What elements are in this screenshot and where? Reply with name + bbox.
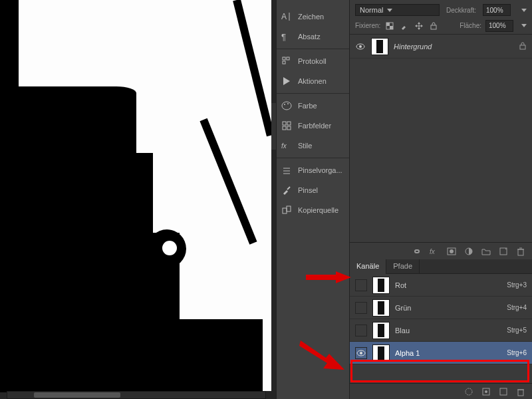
panel-label: Pinsel [298, 186, 318, 194]
layer-thumbnail[interactable] [371, 38, 388, 55]
panel-stile[interactable]: fx Stile [277, 136, 349, 156]
svg-marker-26 [418, 22, 420, 24]
layers-header: Normal Deckkraft: 100% [350, 0, 532, 17]
save-selection-icon[interactable] [481, 387, 491, 396]
visibility-toggle[interactable] [355, 279, 367, 291]
panel-pinselvorgaben[interactable]: Pinselvorga... [277, 160, 349, 180]
channel-row-blau[interactable]: Blau Strg+5 [350, 319, 532, 342]
svg-rect-10 [283, 122, 286, 125]
blend-mode-value: Normal [360, 6, 383, 14]
svg-point-8 [284, 104, 285, 105]
svg-rect-5 [283, 61, 285, 64]
panel-zeichen[interactable]: A Zeichen [277, 7, 349, 27]
lock-transparent-icon[interactable] [384, 21, 395, 31]
fill-value: 100% [489, 22, 506, 29]
tab-kanale[interactable]: Kanäle [350, 259, 386, 274]
channel-shortcut: Strg+6 [507, 349, 527, 356]
svg-rect-22 [386, 23, 390, 26]
visibility-toggle[interactable] [355, 325, 367, 336]
svg-point-36 [450, 249, 454, 253]
channel-thumbnail[interactable] [372, 277, 390, 294]
panel-aktionen[interactable]: Aktionen [277, 71, 349, 91]
panel-label: Farbe [298, 102, 317, 110]
visibility-toggle[interactable] [355, 347, 367, 359]
mask-icon[interactable] [447, 247, 456, 256]
svg-rect-13 [287, 126, 291, 130]
channel-thumbnail[interactable] [372, 322, 390, 339]
panel-label: Aktionen [298, 77, 327, 85]
fx-icon[interactable]: fx [430, 247, 439, 256]
visibility-toggle[interactable] [355, 302, 367, 314]
link-icon[interactable] [412, 247, 422, 256]
lock-position-icon[interactable] [414, 21, 424, 31]
chevron-down-icon[interactable] [521, 24, 527, 27]
channel-row-gruen[interactable]: Grün Strg+4 [350, 297, 532, 319]
channel-name: Alpha 1 [395, 349, 501, 357]
chevron-down-icon[interactable] [521, 9, 527, 12]
channel-row-rot[interactable]: Rot Strg+3 [350, 274, 532, 297]
channels-footer [350, 383, 532, 399]
tab-label: Kanäle [356, 262, 379, 270]
panel-absatz[interactable]: ¶ Absatz [277, 27, 349, 47]
vertical-scrollbar[interactable] [271, 103, 276, 150]
panel-pinsel[interactable]: Pinsel [277, 180, 349, 200]
canvas-area[interactable] [0, 0, 276, 399]
trash-icon[interactable] [516, 387, 525, 396]
trash-icon[interactable] [516, 247, 525, 256]
play-icon [281, 75, 293, 87]
blend-mode-dropdown[interactable]: Normal [355, 4, 440, 16]
brush-icon [281, 184, 293, 196]
layer-row-background[interactable]: Hintergrund [350, 35, 532, 59]
channel-thumbnail[interactable] [372, 299, 390, 317]
panel-farbe[interactable]: Farbe [277, 96, 349, 116]
svg-text:fx: fx [430, 248, 436, 255]
document-image [0, 0, 271, 391]
layers-list: Hintergrund [350, 35, 532, 242]
fx-icon: fx [281, 140, 293, 152]
paragraph-icon: ¶ [281, 31, 293, 43]
palette-icon [281, 100, 293, 112]
brush-presets-icon [281, 164, 293, 176]
svg-rect-20 [287, 206, 291, 211]
opacity-label: Deckkraft: [446, 7, 476, 14]
panel-label: Zeichen [298, 13, 324, 21]
new-layer-icon[interactable] [499, 247, 508, 256]
svg-marker-6 [283, 77, 290, 85]
layers-footer: fx [350, 242, 532, 259]
lock-pixels-icon[interactable] [399, 21, 410, 31]
lock-all-icon[interactable] [428, 21, 439, 31]
channel-thumbnail[interactable] [372, 344, 390, 362]
svg-point-9 [287, 103, 289, 104]
new-channel-icon[interactable] [499, 387, 508, 396]
right-panels: Normal Deckkraft: 100% Fixieren: Fläche:… [349, 0, 532, 399]
channels-list: Rot Strg+3 Grün Strg+4 Blau Strg+5 A [350, 274, 532, 383]
panel-kopierquelle[interactable]: Kopierquelle [277, 200, 349, 220]
channel-name: Grün [395, 304, 501, 312]
adjustment-icon[interactable] [464, 247, 473, 256]
opacity-input[interactable]: 100% [483, 4, 511, 16]
svg-text:A: A [281, 12, 287, 21]
channel-shortcut: Strg+5 [507, 327, 527, 334]
panel-label: Kopierquelle [298, 206, 338, 214]
panel-farbfelder[interactable]: Farbfelder [277, 116, 349, 136]
svg-rect-12 [283, 126, 286, 130]
channels-panel: Kanäle Pfade Rot Strg+3 Grün Strg+4 [350, 259, 532, 399]
lock-icon [519, 42, 527, 51]
chevron-down-icon [387, 9, 392, 12]
panel-protokoll[interactable]: Protokoll [277, 51, 349, 71]
horizontal-scrollbar[interactable] [7, 391, 266, 399]
svg-rect-4 [287, 57, 289, 60]
folder-icon[interactable] [481, 247, 491, 256]
svg-rect-3 [283, 57, 285, 60]
tab-pfade[interactable]: Pfade [386, 259, 420, 274]
channel-row-alpha1[interactable]: Alpha 1 Strg+6 [350, 342, 532, 364]
visibility-toggle[interactable] [355, 41, 366, 52]
load-selection-icon[interactable] [464, 387, 473, 396]
svg-marker-28 [415, 25, 417, 27]
svg-marker-27 [418, 28, 420, 30]
fill-input[interactable]: 100% [485, 20, 513, 32]
svg-line-18 [287, 187, 290, 190]
lock-label: Fixieren: [355, 22, 380, 29]
fill-label: Fläche: [460, 22, 481, 29]
horizontal-scrollbar-thumb[interactable] [34, 392, 120, 398]
